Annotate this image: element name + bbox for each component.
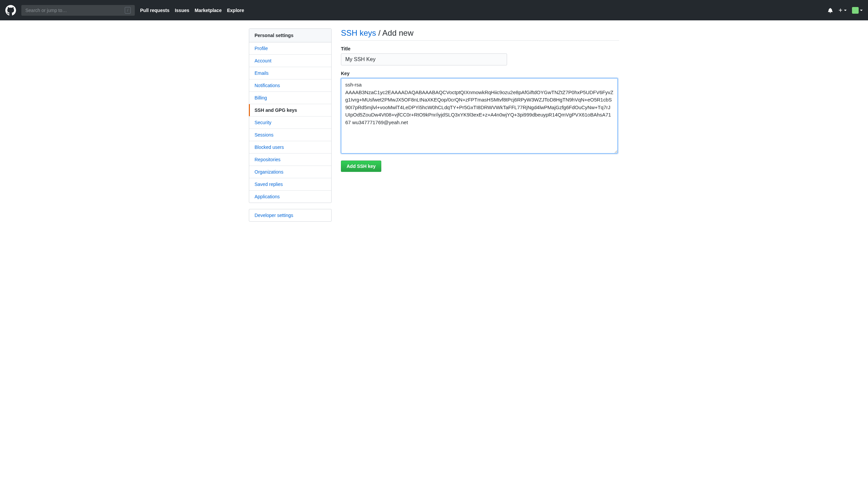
user-menu[interactable]	[852, 7, 863, 14]
nav-links: Pull requests Issues Marketplace Explore	[140, 8, 244, 13]
sidebar-item-notifications[interactable]: Notifications	[249, 80, 331, 92]
sidebar-item-repositories[interactable]: Repositories	[249, 154, 331, 166]
main-content: SSH keys / Add new Title Key Add SSH key	[341, 28, 619, 228]
sidebar-item-security[interactable]: Security	[249, 117, 331, 129]
chevron-down-icon	[860, 10, 863, 11]
key-label: Key	[341, 71, 619, 76]
sidebar-item-profile[interactable]: Profile	[249, 42, 331, 55]
breadcrumb-current: Add new	[382, 28, 413, 37]
page-title: SSH keys / Add new	[341, 28, 619, 41]
sidebar-item-emails[interactable]: Emails	[249, 67, 331, 80]
sidebar-item-developer-settings[interactable]: Developer settings	[249, 209, 331, 221]
sidebar-item-saved-replies[interactable]: Saved replies	[249, 178, 331, 190]
sidebar-item-applications[interactable]: Applications	[249, 190, 331, 203]
title-label: Title	[341, 46, 619, 52]
sidebar-item-billing[interactable]: Billing	[249, 92, 331, 104]
global-header: / Pull requests Issues Marketplace Explo…	[0, 0, 868, 20]
nav-issues[interactable]: Issues	[175, 8, 189, 13]
sidebar-header: Personal settings	[249, 29, 331, 42]
settings-sidebar: Personal settings Profile Account Emails…	[249, 28, 332, 228]
avatar	[852, 7, 859, 14]
personal-settings-box: Personal settings Profile Account Emails…	[249, 28, 332, 203]
title-input[interactable]	[341, 53, 507, 65]
sidebar-item-account[interactable]: Account	[249, 55, 331, 67]
github-logo-icon[interactable]	[5, 5, 16, 16]
breadcrumb-link[interactable]: SSH keys	[341, 28, 376, 37]
breadcrumb-separator: /	[376, 28, 382, 37]
nav-marketplace[interactable]: Marketplace	[195, 8, 222, 13]
developer-settings-box: Developer settings	[249, 209, 332, 222]
main-container: Personal settings Profile Account Emails…	[249, 20, 619, 236]
sidebar-item-sessions[interactable]: Sessions	[249, 129, 331, 141]
sidebar-item-ssh-gpg-keys[interactable]: SSH and GPG keys	[249, 104, 331, 117]
nav-pull-requests[interactable]: Pull requests	[140, 8, 169, 13]
chevron-down-icon	[844, 10, 847, 11]
header-right	[828, 7, 863, 14]
nav-explore[interactable]: Explore	[227, 8, 244, 13]
key-textarea[interactable]	[341, 78, 618, 154]
add-ssh-key-button[interactable]: Add SSH key	[341, 160, 381, 172]
sidebar-item-organizations[interactable]: Organizations	[249, 166, 331, 178]
search-input[interactable]	[25, 8, 125, 13]
search-box[interactable]: /	[21, 5, 135, 16]
search-slash-hint: /	[125, 7, 131, 14]
sidebar-item-blocked-users[interactable]: Blocked users	[249, 141, 331, 154]
new-dropdown[interactable]	[838, 8, 847, 12]
notifications-icon[interactable]	[828, 8, 833, 13]
